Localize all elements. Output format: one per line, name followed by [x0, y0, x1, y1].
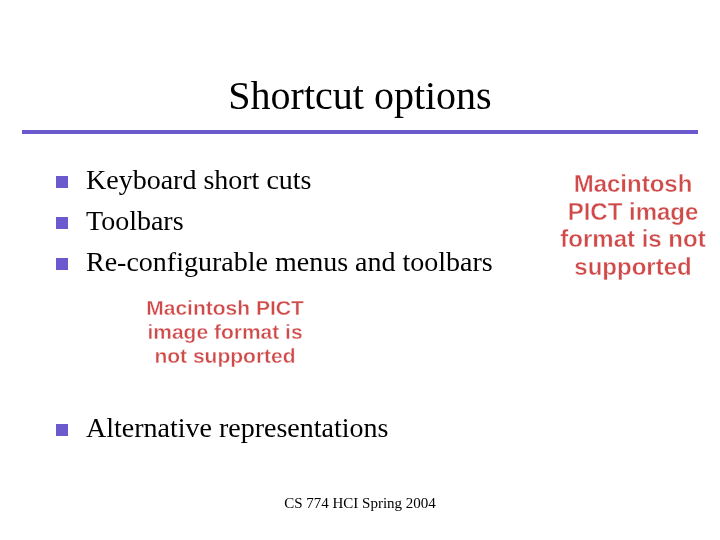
slide-footer: CS 774 HCI Spring 2004	[0, 495, 720, 512]
title-underline	[22, 130, 698, 134]
slide: Shortcut options Keyboard short cuts Too…	[0, 0, 720, 540]
bullet-text: Keyboard short cuts	[86, 162, 312, 197]
list-item: Alternative representations	[56, 410, 388, 445]
bullet-text: Alternative representations	[86, 410, 388, 445]
bullet-text: Re-configurable menus and toolbars	[86, 244, 493, 279]
bullet-square-icon	[56, 176, 68, 188]
bullet-text: Toolbars	[86, 203, 184, 238]
missing-image-placeholder: Macintosh PICT image format is not suppo…	[130, 296, 320, 368]
missing-image-placeholder: Macintosh PICT image format is not suppo…	[548, 170, 718, 280]
bullet-square-icon	[56, 424, 68, 436]
bullet-square-icon	[56, 217, 68, 229]
bullet-list-secondary: Alternative representations	[56, 410, 388, 451]
slide-title: Shortcut options	[0, 72, 720, 119]
bullet-square-icon	[56, 258, 68, 270]
